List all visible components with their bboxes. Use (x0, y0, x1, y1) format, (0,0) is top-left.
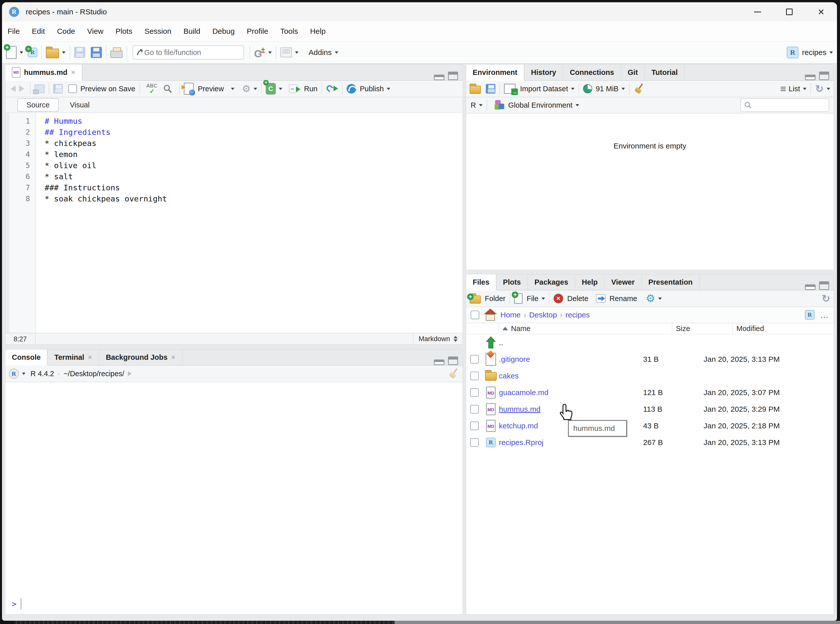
menu-file[interactable]: File (8, 27, 20, 36)
menu-tools[interactable]: Tools (280, 27, 298, 36)
file-row-gitignore[interactable]: .gitignore 31 B Jan 20, 2025, 3:13 PM (466, 351, 834, 368)
publish-caret-icon[interactable] (387, 88, 390, 90)
files-maximize-icon[interactable] (819, 281, 829, 290)
refresh-environment-icon[interactable]: ↻ (815, 84, 824, 94)
editor-tab-hummus[interactable]: MD hummus.md × (5, 65, 82, 81)
load-workspace-icon[interactable] (469, 86, 481, 94)
tab-git[interactable]: Git (621, 65, 645, 80)
source-maximize-icon[interactable] (448, 72, 458, 80)
file-checkbox[interactable] (470, 438, 479, 447)
tab-packages[interactable]: Packages (528, 274, 575, 290)
clear-console-broom-icon[interactable] (448, 368, 459, 379)
preview-on-save-checkbox[interactable] (68, 85, 77, 93)
memory-caret-icon[interactable] (621, 88, 625, 90)
file-type-selector[interactable]: Markdown (413, 333, 463, 344)
more-file-commands-gear-icon[interactable]: ⚙ (645, 293, 655, 304)
save-all-button[interactable] (91, 47, 102, 58)
file-name[interactable]: guacamole.md (499, 388, 639, 397)
file-row-cakes[interactable]: cakes (466, 368, 834, 384)
tab-history[interactable]: History (524, 65, 563, 80)
column-header-modified[interactable]: Modified (733, 323, 834, 334)
select-all-checkbox[interactable] (471, 310, 479, 319)
import-dataset-button[interactable]: Import Dataset (520, 85, 568, 93)
source-mode-button[interactable]: Source (17, 98, 59, 112)
new-project-button[interactable]: R+ (28, 48, 37, 57)
print-button[interactable] (110, 47, 122, 58)
tab-help[interactable]: Help (575, 274, 605, 290)
file-name[interactable]: .gitignore (499, 355, 639, 363)
new-file-caret-icon[interactable] (542, 298, 545, 300)
menu-view[interactable]: View (87, 27, 103, 36)
file-row-ketchup[interactable]: MD ketchup.md 43 B Jan 20, 2025, 2:18 PM (466, 417, 834, 434)
tab-plots[interactable]: Plots (496, 274, 528, 290)
window-minimize-button[interactable] (742, 2, 774, 22)
file-checkbox[interactable] (470, 388, 479, 397)
environment-scope-selector[interactable]: Global Environment (508, 101, 573, 110)
file-row-guacamole[interactable]: MD guacamole.md 121 B Jan 20, 2025, 3:07… (466, 384, 834, 401)
file-name[interactable]: recipes.Rproj (499, 438, 639, 447)
files-minimize-icon[interactable] (805, 284, 815, 290)
file-row-up[interactable]: .. (466, 334, 834, 351)
menu-build[interactable]: Build (184, 27, 201, 36)
language-selector[interactable]: R (471, 101, 476, 110)
tab-presentation[interactable]: Presentation (642, 274, 700, 290)
column-header-name[interactable]: Name (499, 323, 672, 334)
code-editor[interactable]: 1 2 3 4 5 6 7 8 # Hummus ## Ingredients … (5, 113, 463, 333)
insert-chunk-icon[interactable]: C (266, 83, 276, 94)
spellcheck-icon[interactable]: ABC✓ (147, 83, 158, 94)
project-menu-button[interactable]: R recipes (787, 46, 833, 58)
editor-settings-gear-icon[interactable]: ⚙ (242, 84, 250, 94)
breadcrumb-desktop[interactable]: Desktop (529, 310, 557, 319)
tab-files[interactable]: Files (466, 274, 496, 290)
r-version-caret-icon[interactable] (22, 373, 25, 375)
file-checkbox[interactable] (470, 422, 479, 430)
environment-search-box[interactable] (740, 98, 829, 112)
forward-icon[interactable] (19, 85, 24, 92)
tab-background-jobs[interactable]: Background Jobs× (99, 349, 182, 365)
environment-maximize-icon[interactable] (819, 72, 829, 80)
open-directory-icon[interactable] (128, 371, 132, 376)
file-row-rproj[interactable]: R recipes.Rproj 267 B Jan 20, 2025, 3:13… (466, 434, 834, 451)
addins-button[interactable]: Addins (305, 48, 338, 57)
insert-chunk-caret-icon[interactable] (279, 88, 283, 90)
menu-session[interactable]: Session (144, 27, 171, 36)
menu-edit[interactable]: Edit (32, 27, 45, 36)
preview-button[interactable]: Preview (198, 85, 224, 93)
tab-terminal[interactable]: Terminal× (48, 349, 99, 365)
delete-button[interactable]: Delete (567, 295, 588, 303)
memory-usage-label[interactable]: 91 MiB (596, 85, 618, 93)
tab-viewer[interactable]: Viewer (605, 274, 642, 290)
version-control-button[interactable]: G+ (254, 46, 272, 59)
back-icon[interactable] (11, 85, 15, 92)
file-row-hummus[interactable]: MD hummus.md 113 B Jan 20, 2025, 3:29 PM (466, 401, 834, 417)
clear-environment-broom-icon[interactable] (633, 83, 645, 94)
publish-button[interactable]: Publish (360, 85, 384, 93)
settings-caret-icon[interactable] (253, 88, 257, 90)
environment-minimize-icon[interactable] (805, 75, 815, 80)
file-name[interactable]: .. (499, 338, 639, 347)
import-dataset-caret-icon[interactable] (571, 88, 574, 90)
rename-button[interactable]: Rename (610, 295, 637, 303)
window-close-button[interactable]: × (805, 2, 837, 22)
open-file-button[interactable] (46, 46, 66, 58)
visual-mode-button[interactable]: Visual (61, 99, 98, 111)
save-button[interactable] (74, 47, 85, 58)
breadcrumb-home[interactable]: Home (500, 310, 520, 319)
file-checkbox[interactable] (470, 355, 479, 363)
language-caret-icon[interactable] (479, 104, 483, 107)
editor-save-icon[interactable] (53, 84, 63, 94)
home-icon[interactable] (484, 309, 497, 321)
more-commands-caret-icon[interactable] (658, 298, 662, 300)
breadcrumb-recipes[interactable]: recipes (565, 310, 590, 319)
refresh-files-icon[interactable]: ↻ (821, 293, 830, 304)
tab-tutorial[interactable]: Tutorial (645, 65, 685, 80)
new-file-button[interactable]: File (527, 295, 539, 303)
run-button[interactable]: Run (304, 85, 317, 93)
console-minimize-icon[interactable] (434, 360, 445, 365)
tab-connections[interactable]: Connections (563, 65, 621, 80)
menu-code[interactable]: Code (57, 27, 75, 36)
terminal-close-icon[interactable]: × (88, 353, 92, 361)
preview-caret-icon[interactable] (231, 88, 235, 90)
menu-debug[interactable]: Debug (212, 27, 235, 36)
editor-tab-close-icon[interactable]: × (71, 68, 76, 77)
